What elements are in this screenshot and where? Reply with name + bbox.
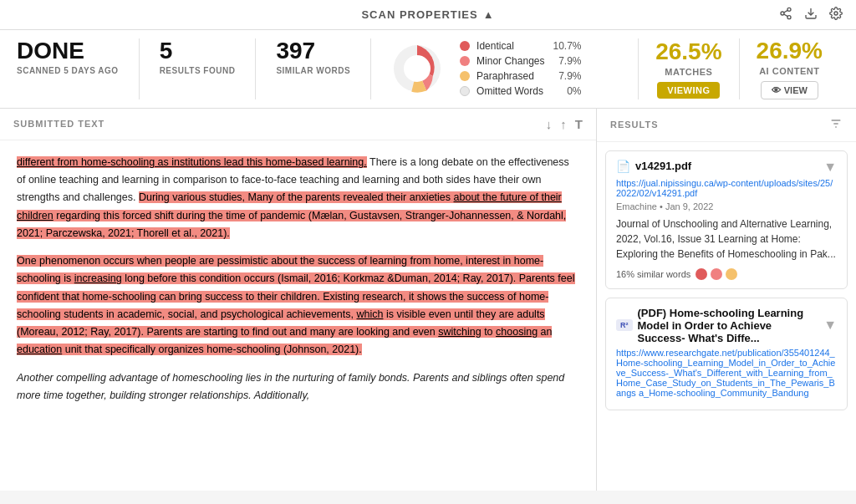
top-bar: SCAN PROPERTIES ▲ xyxy=(0,0,856,30)
ai-content-block: 26.9% AI CONTENT 👁 VIEW xyxy=(740,38,839,99)
paraphrased-pct: 7.9% xyxy=(551,70,581,82)
text-icon[interactable]: T xyxy=(575,117,583,131)
text-content-area[interactable]: different from home-schooling as institu… xyxy=(0,140,596,491)
legend-minor: Minor Changes 7.9% xyxy=(460,55,581,67)
dot-pink-1 xyxy=(711,268,722,280)
main-content: SUBMITTED TEXT ↓ ↑ T different from home… xyxy=(0,109,856,491)
legend-paraphrased: Paraphrased 7.9% xyxy=(460,70,581,82)
status-sub: SCANNED 5 DAYS AGO xyxy=(17,66,119,75)
paragraph-3: Another compelling advantage of homescho… xyxy=(17,369,579,405)
stats-bar: DONE SCANNED 5 DAYS AGO 5 RESULTS FOUND … xyxy=(0,30,856,109)
right-panel: RESULTS 📄 v14291.pdf ▼ https://jual.nipi… xyxy=(597,109,856,491)
minor-dot xyxy=(460,56,470,66)
text-actions: ↓ ↑ T xyxy=(546,117,583,131)
result-2-header: R² (PDF) Home-schooling Learning Model i… xyxy=(616,307,837,344)
viewing-button[interactable]: VIEWING xyxy=(657,82,720,99)
legend-identical: Identical 10.7% xyxy=(460,40,581,52)
result-card-2[interactable]: R² (PDF) Home-schooling Learning Model i… xyxy=(605,298,848,410)
highlighted-text-3: One phenomenon occurs when people are pe… xyxy=(17,255,575,355)
title-text: SCAN PROPERTIES xyxy=(361,8,477,21)
svg-point-1 xyxy=(781,12,784,15)
omitted-dot xyxy=(460,86,470,96)
ai-pct: 26.9% xyxy=(757,38,823,64)
identical-pct: 10.7% xyxy=(551,40,581,52)
results-value: 5 xyxy=(160,38,173,64)
result-1-header: 📄 v14291.pdf ▼ xyxy=(616,160,837,175)
result-2-url[interactable]: https://www.researchgate.net/publication… xyxy=(616,348,837,398)
result-2-title: (PDF) Home-schooling Learning Model in O… xyxy=(638,307,819,344)
scan-properties-title: SCAN PROPERTIES ▲ xyxy=(361,8,494,21)
result-card-1[interactable]: 📄 v14291.pdf ▼ https://jual.nipissingu.c… xyxy=(605,150,848,289)
chevron-icon[interactable]: ▲ xyxy=(483,8,495,21)
results-label: RESULTS FOUND xyxy=(160,66,236,75)
paragraph-2: One phenomenon occurs when people are pe… xyxy=(17,252,579,359)
result-1-filename: v14291.pdf xyxy=(635,160,691,172)
pdf-icon-1: 📄 xyxy=(616,160,630,173)
researchgate-badge: R² xyxy=(616,319,633,331)
identical-label: Identical xyxy=(476,40,514,52)
svg-point-0 xyxy=(787,8,791,11)
minor-pct: 7.9% xyxy=(551,55,581,67)
similar-block: 397 SIMILAR WORDS xyxy=(256,38,371,99)
svg-point-6 xyxy=(834,12,838,15)
paraphrased-label: Paraphrased xyxy=(476,70,534,82)
toolbar-icons xyxy=(779,7,843,23)
paragraph-1: different from home-schooling as institu… xyxy=(17,154,579,242)
submitted-text-title: SUBMITTED TEXT xyxy=(13,119,104,129)
similar-label: SIMILAR WORDS xyxy=(276,66,350,75)
omitted-label: Omitted Words xyxy=(476,85,543,97)
submitted-text-header: SUBMITTED TEXT ↓ ↑ T xyxy=(0,109,596,140)
view-button[interactable]: 👁 VIEW xyxy=(761,81,818,99)
ai-label: AI CONTENT xyxy=(759,66,819,76)
legend-omitted: Omitted Words 0% xyxy=(460,85,581,97)
share-icon[interactable] xyxy=(779,7,792,23)
eye-icon: 👁 xyxy=(772,85,781,95)
dot-red-1 xyxy=(696,268,707,280)
result-1-url[interactable]: https://jual.nipissingu.ca/wp-content/up… xyxy=(616,178,837,198)
similar-value: 397 xyxy=(276,38,315,64)
svg-line-4 xyxy=(784,10,788,13)
result-1-similarity: 16% similar words xyxy=(616,268,837,280)
pie-legend: Identical 10.7% Minor Changes 7.9% Parap… xyxy=(460,40,581,97)
paraphrased-dot xyxy=(460,71,470,81)
omitted-pct: 0% xyxy=(551,85,581,97)
results-list[interactable]: 📄 v14291.pdf ▼ https://jual.nipissingu.c… xyxy=(597,142,856,491)
result-1-meta: Emachine • Jan 9, 2022 xyxy=(616,201,837,211)
arrow-down-icon[interactable]: ↓ xyxy=(546,117,553,131)
matches-pct: 26.5% xyxy=(655,39,721,65)
left-panel: SUBMITTED TEXT ↓ ↑ T different from home… xyxy=(0,109,597,491)
dot-orange-1 xyxy=(726,268,737,280)
svg-point-8 xyxy=(404,55,431,82)
settings-icon[interactable] xyxy=(829,7,843,23)
minor-label: Minor Changes xyxy=(476,55,544,67)
download-icon[interactable] xyxy=(804,7,818,23)
results-title: RESULTS xyxy=(610,120,659,130)
results-block: 5 RESULTS FOUND xyxy=(140,38,257,99)
matches-label: MATCHES xyxy=(665,67,712,77)
highlighted-text-1: different from home-schooling as institu… xyxy=(17,156,367,168)
result-1-desc: Journal of Unschooling and Alternative L… xyxy=(616,216,837,262)
svg-point-2 xyxy=(787,15,791,18)
identical-dot xyxy=(460,41,470,51)
expand-icon-2[interactable]: ▼ xyxy=(823,318,837,333)
similarity-dots-1 xyxy=(696,268,737,280)
arrow-up-icon[interactable]: ↑ xyxy=(560,117,567,131)
filter-icon[interactable] xyxy=(829,117,843,133)
svg-line-3 xyxy=(784,14,788,17)
results-header: RESULTS xyxy=(597,109,856,142)
pie-chart xyxy=(388,39,446,98)
status-block: DONE SCANNED 5 DAYS AGO xyxy=(17,38,140,99)
pie-section: Identical 10.7% Minor Changes 7.9% Parap… xyxy=(371,38,639,99)
matches-block: 26.5% MATCHES VIEWING xyxy=(639,38,739,99)
expand-icon-1[interactable]: ▼ xyxy=(823,160,837,175)
status-value: DONE xyxy=(17,38,84,64)
